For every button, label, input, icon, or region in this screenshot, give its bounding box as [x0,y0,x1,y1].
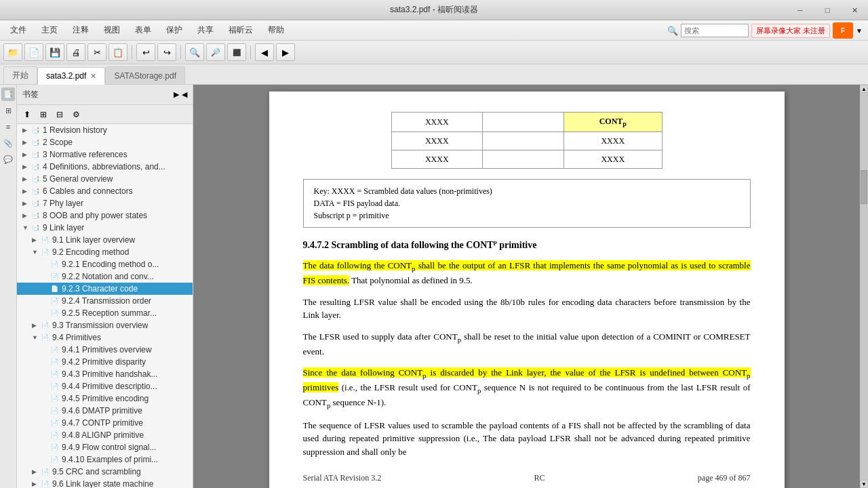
data-table: XXXX CONTp XXXX XXXX XXXX XXXX [391,112,663,169]
menu-file[interactable]: 文件 [3,22,33,39]
sidebar: 书签 ▶ ◀ ⬆ ⊞ ⊟ ⚙ ▶📑1 Revision history▶📑2 S… [17,85,193,488]
toc-item-item-9-2[interactable]: ▼📄9.2 Encoding method [17,246,193,258]
toc-toggle-item-1: ▶ [22,127,32,134]
minimize-button[interactable]: ─ [787,0,814,20]
layers-icon[interactable]: ≡ [1,120,15,134]
toc-label-item-9-4-2: 9.4.2 Primitive disparity [62,357,146,367]
section-heading-rest: primitive [497,240,537,250]
toc-item-item-2[interactable]: ▶📑2 Scope [17,136,193,148]
menu-view[interactable]: 视图 [97,22,127,39]
toc-item-item-9-4-9[interactable]: 📄9.4.9 Flow control signal... [17,441,193,453]
toc-item-item-6[interactable]: ▶📑6 Cables and connectors [17,185,193,197]
zoom-in-button[interactable]: 🔍 [185,43,204,61]
toc-item-item-9-4-3[interactable]: 📄9.4.3 Primitive handshak... [17,368,193,380]
toc-item-item-9-4-7[interactable]: 📄9.4.7 CONTP primitive [17,417,193,429]
toc-icon-item-9-3: 📄 [41,322,51,329]
prev-page-button[interactable]: ◀ [255,43,274,61]
menu-form[interactable]: 表单 [128,22,158,39]
window-controls: ─ □ ✕ [787,0,868,20]
open-button[interactable]: 📁 [3,43,22,61]
sidebar-collapse-all[interactable]: ⊟ [52,107,67,122]
sidebar-expand-toggle[interactable]: ▶ [174,90,179,99]
toc-item-item-9-2-3[interactable]: 📄9.2.3 Character code [17,283,193,295]
toc-item-item-9-4-2[interactable]: 📄9.4.2 Primitive disparity [17,356,193,368]
new-button[interactable]: 📄 [24,43,43,61]
sidebar-nav-up[interactable]: ⬆ [20,107,35,122]
toc-item-item-9-4-6[interactable]: 📄9.4.6 DMATP primitive [17,405,193,417]
bookmark-panel-icon[interactable]: 📑 [1,87,15,101]
toc-item-item-9-4-1[interactable]: 📄9.4.1 Primitives overview [17,344,193,356]
attachments-icon[interactable]: 📎 [1,136,15,150]
toc-item-item-9-4-10[interactable]: 📄9.4.10 Examples of primi... [17,453,193,466]
toc-item-item-8[interactable]: ▶📑8 OOB and phy power states [17,209,193,222]
toc-item-item-5[interactable]: ▶📑5 General overview [17,173,193,185]
toc-item-item-9-4-4[interactable]: 📄9.4.4 Primitive descriptio... [17,380,193,392]
tab-pdf2[interactable]: SATAStorage.pdf [105,66,185,84]
content-area[interactable]: XXXX CONTp XXXX XXXX XXXX XXXX Key: XXXX… [193,85,860,488]
scroll-thumb[interactable] [861,170,867,204]
toc-item-item-3[interactable]: ▶📑3 Normative references [17,148,193,161]
print-button[interactable]: 🖨 [66,43,85,61]
cut-button[interactable]: ✂ [87,43,106,61]
toc-icon-item-9-4: 📄 [41,334,51,341]
sidebar-options[interactable]: ⚙ [68,107,83,122]
toc-item-item-9-2-4[interactable]: 📄9.2.4 Transmission order [17,295,193,307]
toc-item-item-4[interactable]: ▶📑4 Definitions, abbreviations, and... [17,161,193,173]
copy-button[interactable]: 📋 [108,43,127,61]
dropdown-icon[interactable]: ▼ [856,27,863,35]
toc-label-item-4: 4 Definitions, abbreviations, and... [43,162,165,171]
toc-item-item-9-4-5[interactable]: 📄9.4.5 Primitive encoding [17,392,193,405]
tab-pdf1-close[interactable]: ✕ [90,72,96,81]
toc-item-item-9-6[interactable]: ▶📄9.6 Link layer state machine [17,478,193,488]
save-button[interactable]: 💾 [45,43,64,61]
toc-item-item-1[interactable]: ▶📑1 Revision history [17,124,193,136]
menu-help[interactable]: 帮助 [261,22,291,39]
toc-icon-item-8: 📑 [32,212,41,219]
menu-home[interactable]: 主页 [35,22,64,39]
menu-share[interactable]: 共享 [191,22,220,39]
search-input[interactable] [681,24,749,37]
comments-icon[interactable]: 💬 [1,152,15,166]
toc-item-item-9-1[interactable]: ▶📄9.1 Link layer overview [17,234,193,246]
toc-item-item-9-2-1[interactable]: 📄9.2.1 Encoding method o... [17,258,193,270]
sidebar-expand-all[interactable]: ⊞ [36,107,51,122]
toc-icon-item-9-5: 📄 [41,468,51,475]
page-thumbnail-icon[interactable]: ⊞ [1,104,15,117]
zoom-out-button[interactable]: 🔎 [206,43,225,61]
scroll-up-button[interactable]: ▲ [860,85,868,93]
scroll-down-button[interactable]: ▼ [860,480,868,488]
toc-item-item-7[interactable]: ▶📑7 Phy layer [17,197,193,209]
toc-item-item-9[interactable]: ▼📑9 Link layer [17,222,193,234]
toc-item-item-9-4-8[interactable]: 📄9.4.8 ALIGNP primitive [17,429,193,441]
table-cell-r1c2: XXXX [564,132,662,150]
next-page-button[interactable]: ▶ [276,43,295,61]
sidebar-collapse-toggle[interactable]: ◀ [182,90,187,99]
toc-item-item-9-2-5[interactable]: 📄9.2.5 Reception summar... [17,307,193,319]
sidebar-content[interactable]: ▶📑1 Revision history▶📑2 Scope▶📑3 Normati… [17,124,193,488]
toc-item-item-9-3[interactable]: ▶📄9.3 Transmission overview [17,319,193,331]
toc-item-item-9-4[interactable]: ▼📄9.4 Primitives [17,331,193,344]
paragraph-5: The sequence of LFSR values used to scra… [303,419,751,459]
search-icon: 🔍 [667,26,678,36]
vertical-scrollbar[interactable]: ▲ ▼ [860,85,868,488]
table-cell-r2c2: XXXX [564,150,662,169]
title-bar: sata3.2.pdf - 福昕阅读器 ─ □ ✕ [0,0,868,20]
menu-cloud[interactable]: 福昕云 [222,22,260,39]
redo-button[interactable]: ↪ [157,43,176,61]
tab-home[interactable]: 开始 [3,66,37,84]
maximize-button[interactable]: □ [814,0,841,20]
fit-button[interactable]: ⬛ [227,43,246,61]
undo-button[interactable]: ↩ [136,43,155,61]
menu-comment[interactable]: 注释 [66,22,96,39]
close-button[interactable]: ✕ [841,0,868,20]
toc-label-item-9-3: 9.3 Transmission overview [52,321,148,330]
toolbar-separator-3 [250,45,251,59]
menu-protect[interactable]: 保护 [159,22,189,39]
toc-item-item-9-2-2[interactable]: 📄9.2.2 Notation and conv... [17,270,193,283]
scroll-track[interactable] [860,93,868,480]
toc-label-item-9-4-6: 9.4.6 DMATP primitive [62,406,142,415]
toc-label-item-5: 5 General overview [43,174,113,184]
tab-pdf1[interactable]: sata3.2.pdf ✕ [37,67,105,85]
key-box: Key: XXXX = Scrambled data values (non-p… [303,179,751,228]
toc-item-item-9-5[interactable]: ▶📄9.5 CRC and scrambling [17,466,193,478]
